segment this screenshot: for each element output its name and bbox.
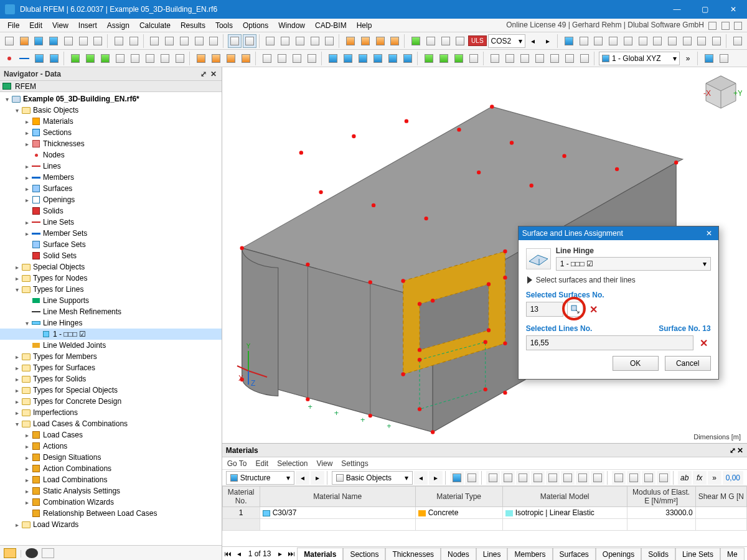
mat-g7-icon[interactable] <box>576 471 590 485</box>
load-case-combo[interactable]: COS2▾ <box>488 34 525 48</box>
clear-lines-icon[interactable]: ✕ <box>697 336 711 350</box>
tree-item[interactable]: ▸Imperfections <box>0 407 222 418</box>
draw-b3-icon[interactable] <box>290 52 304 65</box>
mat-structure-combo[interactable]: Structure▾ <box>226 471 294 485</box>
tool-r10-icon[interactable] <box>695 34 709 48</box>
mat-tab-linesets[interactable]: Line Sets <box>675 548 720 560</box>
support3-icon[interactable] <box>356 52 370 65</box>
mat-h3-icon[interactable] <box>642 471 655 485</box>
mat-menu-settings[interactable]: Settings <box>341 459 368 468</box>
tool-grid-icon[interactable] <box>177 34 191 48</box>
tool-zoom2-icon[interactable] <box>359 34 372 48</box>
minimize-button[interactable]: — <box>663 0 691 19</box>
mat-g6-icon[interactable] <box>561 471 575 485</box>
menu-options[interactable]: Options <box>238 20 273 31</box>
mat-tab-surfaces[interactable]: Surfaces <box>553 548 596 560</box>
draw-a2-icon[interactable] <box>209 52 223 65</box>
draw-a4-icon[interactable] <box>239 52 253 65</box>
view2-icon[interactable] <box>518 52 532 65</box>
tool-t1-icon[interactable] <box>264 34 278 48</box>
draw-sol3-icon[interactable] <box>173 52 187 65</box>
dock-pin-icon[interactable]: ⤢ <box>199 70 208 78</box>
mat-prev-icon[interactable]: ◂ <box>296 471 309 485</box>
tree-root[interactable]: ▾ Example 05_3D-Building_EN.rf6* <box>0 93 222 105</box>
mat-tab-lines[interactable]: Lines <box>476 548 508 560</box>
menu-assign[interactable]: Assign <box>102 20 134 31</box>
mat-menu-view[interactable]: View <box>317 459 333 468</box>
lc1-icon[interactable] <box>422 52 436 65</box>
table-row[interactable] <box>222 519 746 531</box>
tool-r4-icon[interactable] <box>606 34 620 48</box>
mat-g5-icon[interactable] <box>546 471 560 485</box>
draw-line-icon[interactable] <box>17 52 31 65</box>
ok-button[interactable]: OK <box>613 356 659 371</box>
navigation-cube[interactable]: -X +Y <box>700 71 742 112</box>
draw-b2-icon[interactable] <box>275 52 289 65</box>
tool-cloud-icon[interactable] <box>32 34 45 48</box>
lc2-icon[interactable] <box>437 52 451 65</box>
support2-icon[interactable] <box>341 52 355 65</box>
nav-tab2-icon[interactable] <box>26 548 38 558</box>
pager-prev-icon[interactable]: ◂ <box>233 548 245 559</box>
tool-redo-icon[interactable] <box>127 34 141 48</box>
draw-b4-icon[interactable] <box>305 52 319 65</box>
cell-model[interactable]: Isotropic | Linear Elastic <box>502 507 627 519</box>
col-no[interactable]: Material No. <box>222 487 260 507</box>
tree-item[interactable]: ▸Line Sets <box>0 217 222 228</box>
menu-window[interactable]: Window <box>273 20 310 31</box>
tool-r11-icon[interactable] <box>710 34 723 48</box>
support6-icon[interactable] <box>401 52 415 65</box>
tree-item[interactable]: ▸Types for Solids <box>0 373 222 385</box>
mat-tab-solids[interactable]: Solids <box>641 548 675 560</box>
tool-settings-icon[interactable] <box>731 34 745 48</box>
tree-item[interactable]: ▸Load Combinations <box>0 474 222 485</box>
tree-item[interactable]: Relationship Between Load Cases <box>0 508 222 519</box>
mat-basic-combo[interactable]: Basic Objects▾ <box>332 471 413 485</box>
menu-edit[interactable]: Edit <box>24 20 47 31</box>
pager-first-icon[interactable]: ⏮ <box>222 548 233 559</box>
mat-menu-edit[interactable]: Edit <box>255 459 268 468</box>
mat-menu-selection[interactable]: Selection <box>277 459 308 468</box>
draw-b1-icon[interactable] <box>260 52 274 65</box>
tail2-icon[interactable] <box>717 52 731 65</box>
col-model[interactable]: Material Model <box>502 487 627 507</box>
dock-close-icon[interactable]: ✕ <box>209 70 218 78</box>
tool-r7-icon[interactable] <box>651 34 664 48</box>
tree-item[interactable]: Line Welded Joints <box>0 340 222 351</box>
clear-surfaces-icon[interactable]: ✕ <box>587 302 601 316</box>
mat-menu-goto[interactable]: Go To <box>227 459 247 468</box>
tool-print-icon[interactable] <box>91 34 105 48</box>
menu-tools[interactable]: Tools <box>210 20 238 31</box>
tool-t5-icon[interactable] <box>323 34 337 48</box>
tree-types-nodes[interactable]: ▸Types for Nodes <box>0 273 222 284</box>
mat-next2-icon[interactable]: ▸ <box>429 471 443 485</box>
tree-lcc[interactable]: ▾Load Cases & Combinations <box>0 418 222 429</box>
col-type[interactable]: Material Type <box>415 487 502 507</box>
tree-item[interactable]: ▸Members <box>0 172 222 183</box>
draw-sol-icon[interactable] <box>143 52 157 65</box>
draw-op2-icon[interactable] <box>128 52 142 65</box>
tool-load2-icon[interactable] <box>424 34 438 48</box>
tool-r3-icon[interactable] <box>591 34 605 48</box>
tool-copy-icon[interactable] <box>148 34 162 48</box>
tool-r5-icon[interactable] <box>621 34 635 48</box>
tree-item[interactable]: ▸Design Situations <box>0 452 222 463</box>
draw-surf2-icon[interactable] <box>83 52 97 65</box>
col-g[interactable]: Shear M G [N <box>695 487 746 507</box>
tool-new-icon[interactable] <box>2 34 16 48</box>
tool-zoom-icon[interactable] <box>344 34 357 48</box>
mat-t2-icon[interactable] <box>465 471 479 485</box>
mat-g1-icon[interactable] <box>486 471 500 485</box>
tool-open-icon[interactable] <box>17 34 31 48</box>
tree-item[interactable]: ▸Thicknesses <box>0 138 222 149</box>
tree-item[interactable]: Solid Sets <box>0 250 222 261</box>
tool-r6-icon[interactable] <box>636 34 650 48</box>
view4-icon[interactable] <box>548 52 561 65</box>
tool-undo-icon[interactable] <box>112 34 126 48</box>
tree-item[interactable]: ▸Types for Special Objects <box>0 385 222 396</box>
mat-fx-icon[interactable]: fx <box>693 471 707 485</box>
tree-line-hinges[interactable]: ▾Line Hinges <box>0 317 222 329</box>
menu-cadbim[interactable]: CAD-BIM <box>310 20 352 31</box>
tool-load3-icon[interactable] <box>439 34 453 48</box>
close-button[interactable]: ✕ <box>719 0 747 19</box>
